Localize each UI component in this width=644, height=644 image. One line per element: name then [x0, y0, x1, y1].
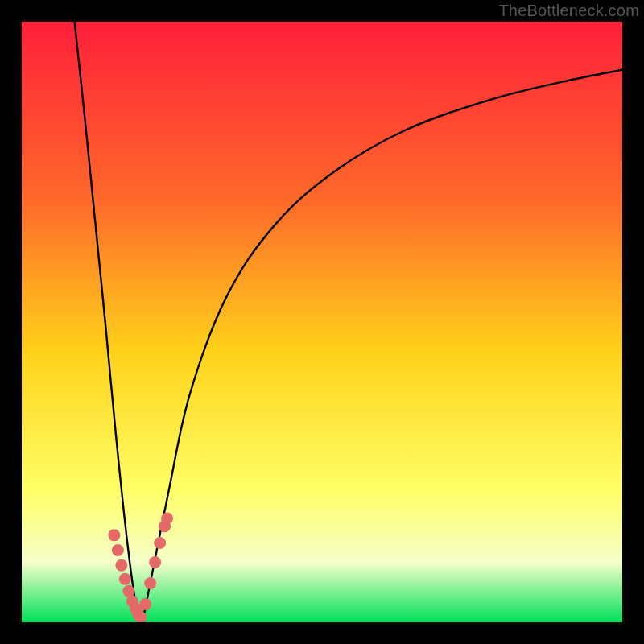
curve-marker: [161, 512, 173, 524]
plot-area: [22, 22, 622, 622]
chart-frame: TheBottleneck.com: [0, 0, 644, 644]
curve-marker: [112, 544, 124, 556]
curve-marker: [119, 573, 131, 585]
curve-marker: [149, 556, 161, 568]
chart-svg: [22, 22, 622, 622]
curve-marker: [154, 537, 166, 549]
curve-marker: [139, 598, 151, 610]
curve-marker: [144, 577, 156, 589]
watermark-label: TheBottleneck.com: [498, 2, 639, 20]
curve-marker: [108, 529, 120, 541]
curve-marker: [115, 559, 127, 572]
